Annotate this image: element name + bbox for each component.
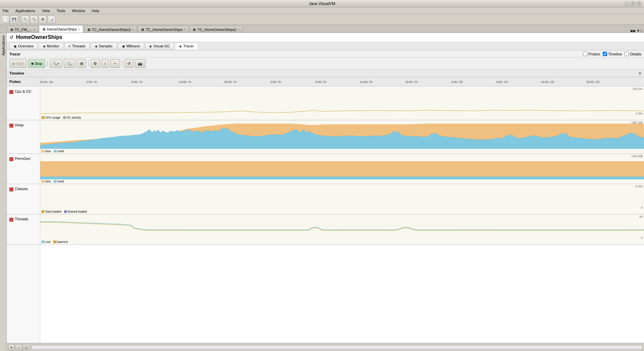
timeline-container: Timeline × Probes Cpu & GC: [7, 70, 644, 351]
window-title: Java VisualVM: [309, 1, 335, 6]
probes-checkbox-group[interactable]: Probes: [583, 52, 600, 56]
horizontal-scrollbar[interactable]: [32, 345, 643, 350]
page-header: ↺ HomeOwnerShips: [7, 33, 644, 42]
time-label-5: 2:00, Пт: [270, 80, 281, 84]
heap-label: Heap: [15, 123, 23, 127]
timeline-close-btn[interactable]: ×: [639, 71, 641, 76]
threads-daemon-line: [40, 222, 644, 230]
menu-tools[interactable]: Tools: [55, 8, 67, 13]
charts-column: 20:00, Ср 2:00, Чт 8:00, Чт 14:00, Чт 20…: [40, 77, 644, 343]
threads-live-dot: [42, 240, 44, 243]
cpu-gc-icon: [9, 90, 13, 94]
tracer-sep1: [47, 60, 48, 67]
zoom-fit-icon: ⊞: [80, 61, 83, 66]
export-btn[interactable]: 📷: [135, 59, 146, 68]
tab-0[interactable]: 🖥 TC_FM_... ×: [7, 26, 38, 33]
tab-scroll-down[interactable]: ▼: [637, 29, 640, 33]
tab-close-3[interactable]: ×: [184, 28, 185, 31]
tab-1[interactable]: 🖥 HomeOwnerShips ×: [39, 25, 83, 33]
sub-tab-monitor[interactable]: ◈ Monitor: [39, 43, 64, 49]
close-btn-window[interactable]: ×: [637, 1, 641, 6]
menu-window[interactable]: Window: [70, 8, 86, 13]
maximize-btn[interactable]: □: [631, 1, 635, 6]
sub-tab-tracer[interactable]: ◈ Tracer: [175, 43, 198, 49]
probes-checkbox[interactable]: [583, 52, 587, 56]
stop-button[interactable]: ■ Stop: [28, 59, 45, 68]
window-controls[interactable]: _ □ ×: [625, 1, 641, 6]
tab-scroll-controls: ◀ ▶ ▼ □: [630, 29, 644, 33]
details-checkbox[interactable]: [625, 52, 629, 56]
tab-close-1[interactable]: ×: [78, 28, 80, 31]
permgen-used-legend: Used: [54, 180, 64, 183]
refresh-icon[interactable]: ↺: [9, 35, 13, 40]
settings3-icon: ↔: [113, 61, 117, 65]
sub-tab-sampler[interactable]: ◈ Sampler: [91, 43, 117, 49]
timeline-body: Probes Cpu & GC Heap: [7, 77, 644, 343]
tab-3[interactable]: 🖥 TC_HomeOwnerShips ×: [138, 26, 189, 33]
menu-applications[interactable]: Applications: [14, 8, 37, 13]
minimize-btn[interactable]: _: [625, 1, 629, 6]
sub-tab-visualgc[interactable]: ◈ Visual GC: [145, 43, 174, 49]
tab-close-0[interactable]: ×: [34, 28, 35, 31]
tab-4[interactable]: 🖥 TC_HomeOwnerShips2 ×: [189, 26, 242, 33]
probe-heap: Heap: [7, 120, 40, 154]
tool-btn4[interactable]: 📊: [47, 15, 55, 24]
threads-daemon-dot: [53, 240, 56, 243]
timeline-checkbox[interactable]: [603, 52, 607, 56]
tool-btn1[interactable]: 🔧: [21, 15, 29, 24]
zoom-fit-btn[interactable]: ⊞: [77, 59, 86, 68]
add-probe-btn[interactable]: +: [8, 344, 15, 350]
tracer-header: Tracer Probes Timeline Details: [7, 50, 644, 58]
probe-classes: Classes: [7, 184, 40, 214]
menu-file[interactable]: File: [1, 8, 10, 13]
timeline-header-bar: Timeline ×: [7, 70, 644, 77]
heap-used-legend: Used: [54, 149, 64, 153]
tab-scroll-right[interactable]: ▶: [633, 29, 636, 33]
tracer-sep2: [88, 60, 89, 67]
menu-bar: File Applications View Tools Window Help: [0, 7, 644, 14]
permgen-chart: ~256 MB 0 MB Size: [40, 154, 644, 184]
tool-btn2[interactable]: 🔨: [30, 15, 38, 24]
sidebar: Applications: [0, 33, 7, 351]
tab-maximize[interactable]: □: [641, 29, 643, 33]
title-bar: Java VisualVM _ □ ×: [0, 0, 644, 7]
timeline-checkbox-group[interactable]: Timeline: [603, 52, 622, 56]
settings-btn3[interactable]: ↔: [110, 59, 120, 68]
tab-close-2[interactable]: ×: [132, 28, 134, 31]
tab-close-4[interactable]: ×: [238, 28, 239, 31]
new-btn[interactable]: 📄: [1, 15, 9, 24]
refresh-btn[interactable]: ↺: [124, 59, 133, 68]
heap-legend: Size Used: [42, 149, 64, 153]
threads-daemon-legend: Daemon: [53, 240, 68, 244]
permgen-legend: Size Used: [42, 180, 64, 183]
time-label-10: 8:00, Сб: [496, 80, 508, 84]
time-label-7: 14:00, Пт: [360, 80, 373, 84]
settings-btn1[interactable]: ⚙: [91, 59, 100, 68]
details-checkbox-group[interactable]: Details: [625, 52, 641, 56]
time-axis: 20:00, Ср 2:00, Чт 8:00, Чт 14:00, Чт 20…: [40, 77, 644, 87]
sub-tab-overview[interactable]: ◉ Overview: [9, 43, 38, 49]
heap-used-dot: [54, 150, 56, 152]
sub-tab-threads[interactable]: ≡ Threads: [64, 43, 90, 49]
cpu-legend: CPU usage: [42, 116, 60, 119]
tracer-panel: Tracer Probes Timeline Details: [7, 50, 644, 351]
tab-scroll-left[interactable]: ◀: [630, 29, 633, 33]
start-button[interactable]: ▶ Start: [9, 59, 27, 68]
menu-help[interactable]: Help: [91, 8, 101, 13]
tab-2[interactable]: 🖥 TC_HomeOwnerShips2 ×: [84, 26, 137, 33]
zoom-in-btn[interactable]: 🔍+: [50, 59, 62, 68]
sub-tab-mbeans[interactable]: ◉ MBeans: [118, 43, 144, 49]
menu-view[interactable]: View: [41, 8, 51, 13]
tracer-icon: ◈: [179, 44, 182, 48]
sampler-icon: ◈: [95, 44, 98, 48]
save-btn[interactable]: 💾: [10, 15, 18, 24]
threads-svg: [40, 215, 644, 240]
visualgc-icon: ◈: [149, 44, 152, 48]
restore-probe-btn[interactable]: □: [23, 344, 30, 350]
tool-btn3[interactable]: ⚙: [39, 15, 47, 24]
remove-probe-btn[interactable]: -: [15, 344, 22, 350]
settings2-icon: ↕: [104, 61, 106, 65]
threads-legend: Live Daemon: [42, 240, 68, 244]
zoom-out-btn[interactable]: 🔍-: [64, 59, 76, 68]
settings-btn2[interactable]: ↕: [101, 59, 109, 68]
